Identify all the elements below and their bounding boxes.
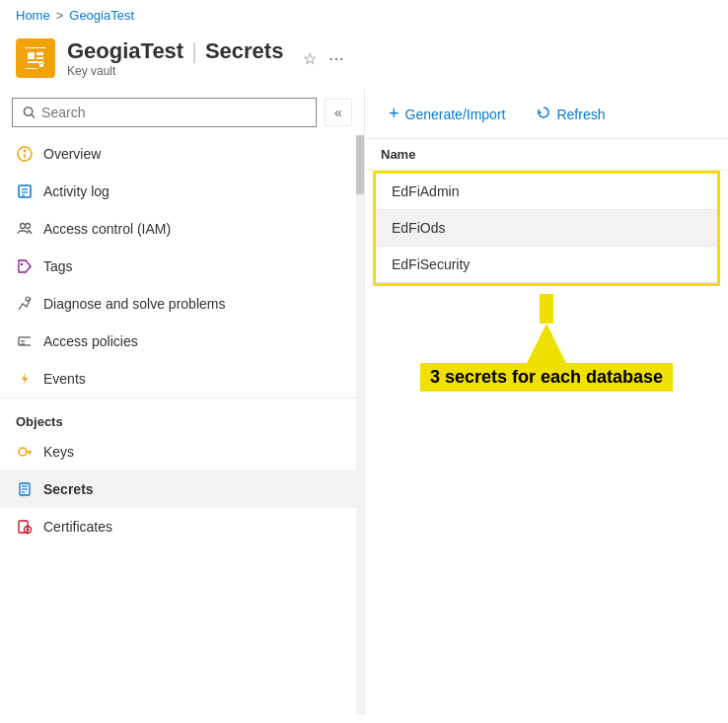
sidebar-item-tags-label: Tags bbox=[43, 258, 73, 274]
objects-section: Objects bbox=[0, 398, 356, 433]
sidebar-item-certificates[interactable]: Certificates bbox=[0, 508, 356, 545]
breadcrumb: Home > GeogiaTest bbox=[0, 0, 728, 31]
svg-rect-2 bbox=[36, 52, 43, 55]
search-input-wrapper[interactable] bbox=[12, 98, 317, 127]
secrets-table: Name EdFiAdmin EdFiOds EdFiSecurity 3 se… bbox=[365, 139, 728, 714]
sidebar-scrollbar-thumb[interactable] bbox=[356, 135, 364, 194]
sidebar-item-keys[interactable]: Keys bbox=[0, 433, 356, 470]
breadcrumb-separator: > bbox=[56, 8, 64, 23]
breadcrumb-home[interactable]: Home bbox=[16, 8, 50, 23]
svg-point-7 bbox=[24, 108, 32, 115]
sidebar-item-activity-log[interactable]: Activity log bbox=[0, 173, 356, 210]
breadcrumb-current[interactable]: GeogiaTest bbox=[69, 8, 134, 23]
sidebar-item-secrets[interactable]: Secrets bbox=[0, 470, 356, 508]
svg-rect-3 bbox=[36, 57, 43, 59]
sidebar-item-access-control[interactable]: Access control (IAM) bbox=[0, 210, 356, 248]
page-header: GeogiaTest | Secrets Key vault ☆ ⋯ bbox=[0, 31, 728, 90]
sidebar-item-certificates-label: Certificates bbox=[43, 519, 112, 535]
sidebar: « Overview Activity log bbox=[0, 90, 365, 714]
svg-point-10 bbox=[24, 150, 27, 153]
resource-icon bbox=[16, 38, 55, 78]
table-header: Name bbox=[365, 139, 728, 171]
svg-rect-6 bbox=[39, 64, 43, 67]
sidebar-item-events-label: Events bbox=[43, 371, 86, 387]
svg-point-18 bbox=[21, 263, 23, 265]
annotation: 3 secrets for each database bbox=[365, 294, 728, 392]
collapse-button[interactable]: « bbox=[325, 99, 352, 126]
sidebar-item-access-policies[interactable]: Access policies bbox=[0, 323, 356, 360]
svg-point-19 bbox=[26, 297, 30, 301]
policies-icon bbox=[16, 332, 34, 350]
search-input[interactable] bbox=[41, 105, 306, 120]
search-bar: « bbox=[0, 90, 364, 135]
search-icon bbox=[23, 106, 36, 119]
header-actions: ☆ ⋯ bbox=[303, 49, 346, 68]
favorite-icon[interactable]: ☆ bbox=[303, 49, 317, 68]
sidebar-item-overview-label: Overview bbox=[43, 146, 101, 162]
header-text: GeogiaTest | Secrets Key vault bbox=[67, 38, 283, 78]
sidebar-item-keys-label: Keys bbox=[43, 444, 74, 460]
arrow-head bbox=[527, 324, 566, 363]
keys-icon bbox=[16, 443, 34, 461]
svg-point-16 bbox=[21, 224, 26, 229]
table-row[interactable]: EdFiOds bbox=[376, 210, 717, 247]
main-layout: « Overview Activity log bbox=[0, 90, 728, 714]
svg-point-17 bbox=[26, 224, 31, 229]
refresh-button[interactable]: Refresh bbox=[529, 102, 613, 126]
certificates-icon bbox=[16, 518, 34, 536]
table-row[interactable]: EdFiAdmin bbox=[376, 174, 717, 210]
sidebar-item-access-control-label: Access control (IAM) bbox=[43, 221, 171, 237]
activity-icon bbox=[16, 182, 34, 200]
sidebar-item-secrets-label: Secrets bbox=[43, 481, 94, 497]
access-control-icon bbox=[16, 220, 34, 238]
arrow-shaft bbox=[540, 294, 553, 324]
table-row[interactable]: EdFiSecurity bbox=[376, 247, 717, 283]
secrets-highlighted-box: EdFiAdmin EdFiOds EdFiSecurity bbox=[373, 171, 720, 286]
svg-point-25 bbox=[19, 448, 27, 456]
generate-import-button[interactable]: + Generate/Import bbox=[381, 100, 513, 128]
content-area: + Generate/Import Refresh Name bbox=[365, 90, 728, 714]
content-toolbar: + Generate/Import Refresh bbox=[365, 90, 728, 139]
annotation-text: 3 secrets for each database bbox=[420, 363, 673, 392]
sidebar-item-activity-log-label: Activity log bbox=[43, 183, 109, 199]
refresh-icon bbox=[537, 106, 550, 122]
svg-line-8 bbox=[32, 114, 35, 117]
sidebar-item-diagnose-label: Diagnose and solve problems bbox=[43, 296, 225, 312]
svg-rect-1 bbox=[28, 52, 35, 59]
secrets-icon bbox=[16, 480, 34, 498]
events-icon bbox=[16, 370, 34, 388]
tags-icon bbox=[16, 257, 34, 275]
sidebar-nav: Overview Activity log Access control (IA… bbox=[0, 135, 356, 714]
diagnose-icon bbox=[16, 295, 34, 313]
sidebar-item-policies-label: Access policies bbox=[43, 333, 138, 349]
sidebar-scrollbar[interactable] bbox=[356, 135, 364, 714]
sidebar-item-diagnose[interactable]: Diagnose and solve problems bbox=[0, 285, 356, 323]
resource-type: Key vault bbox=[67, 64, 283, 78]
page-title: GeogiaTest | Secrets bbox=[67, 38, 283, 64]
overview-icon bbox=[16, 145, 34, 163]
sidebar-item-events[interactable]: Events bbox=[0, 360, 356, 398]
plus-icon: + bbox=[389, 104, 400, 124]
sidebar-item-tags[interactable]: Tags bbox=[0, 248, 356, 285]
sidebar-item-overview[interactable]: Overview bbox=[0, 135, 356, 173]
more-options-icon[interactable]: ⋯ bbox=[328, 49, 346, 68]
